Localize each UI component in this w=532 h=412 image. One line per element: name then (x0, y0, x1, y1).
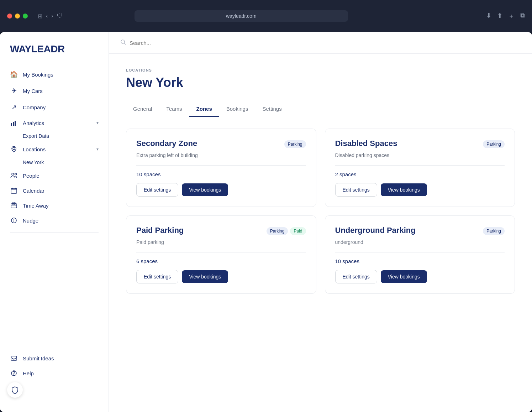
sidebar-label-analytics: Analytics (23, 120, 44, 126)
sidebar-item-new-york[interactable]: New York (0, 157, 109, 168)
svg-point-20 (14, 374, 14, 375)
sidebar-item-locations[interactable]: Locations ▾ (0, 142, 109, 157)
view-bookings-btn-secondary-zone[interactable]: View bookings (182, 183, 228, 196)
svg-line-22 (124, 43, 126, 45)
location-icon (10, 146, 18, 152)
edit-settings-btn-disabled-spaces[interactable]: Edit settings (335, 183, 377, 197)
zone-actions-secondary-zone: Edit settings View bookings (136, 183, 306, 197)
tabs-icon[interactable]: ⧉ (520, 12, 525, 20)
svg-point-6 (15, 173, 17, 175)
sidebar-item-time-away[interactable]: Time Away (0, 198, 109, 213)
zone-divider-underground (335, 252, 505, 252)
back-btn[interactable]: ‹ (46, 13, 48, 20)
zone-description-secondary-zone: Extra parking left of building (136, 152, 306, 158)
sidebar-item-my-cars[interactable]: ✈ My Cars (0, 83, 109, 99)
analytics-chevron-icon: ▾ (96, 120, 99, 125)
help-icon (10, 370, 18, 376)
nav-divider (10, 232, 99, 233)
sidebar-label-nudge: Nudge (23, 218, 38, 224)
zone-card-header-underground: Underground Parking Parking (335, 226, 505, 235)
dot-yellow[interactable] (15, 14, 20, 19)
zone-card-header-disabled: Disabled Spaces Parking (335, 139, 505, 148)
zone-card-underground-parking: Underground Parking Parking underground … (325, 215, 515, 294)
edit-settings-btn-underground-parking[interactable]: Edit settings (335, 270, 377, 283)
zone-card-secondary-zone: Secondary Zone Parking Extra parking lef… (126, 129, 316, 207)
zone-divider-disabled (335, 165, 505, 166)
sidebar-item-analytics[interactable]: Analytics ▾ (0, 115, 109, 130)
svg-point-17 (14, 221, 14, 222)
zone-spaces-underground-parking: 10 spaces (335, 258, 505, 264)
edit-settings-btn-secondary-zone[interactable]: Edit settings (136, 183, 178, 197)
zone-card-header: Secondary Zone Parking (136, 139, 306, 148)
sidebar-item-company[interactable]: ↗ Company (0, 99, 109, 115)
svg-rect-2 (15, 121, 16, 126)
badge-parking-disabled: Parking (483, 140, 505, 148)
sidebar-item-people[interactable]: People (0, 168, 109, 183)
sidebar-label-export-data: Export Data (23, 133, 49, 139)
badge-parking-underground: Parking (483, 227, 505, 235)
browser-actions: ⬇ ⬆ ＋ ⧉ (486, 12, 525, 20)
zone-badges-secondary-zone: Parking (284, 140, 306, 148)
zone-divider (136, 165, 306, 166)
forward-btn[interactable]: › (51, 13, 53, 20)
tab-settings[interactable]: Settings (255, 101, 289, 117)
sidebar-label-locations: Locations (23, 146, 46, 152)
view-bookings-btn-underground-parking[interactable]: View bookings (381, 270, 427, 283)
page-content: LOCATIONS New York General Teams Zones B… (109, 54, 532, 412)
shield-btn[interactable]: 🛡 (57, 13, 63, 20)
locations-chevron-icon: ▾ (96, 147, 99, 152)
sidebar-label-time-away: Time Away (23, 203, 49, 209)
shield-badge[interactable] (7, 382, 23, 398)
download-icon[interactable]: ⬇ (486, 12, 491, 20)
analytics-icon (10, 120, 18, 126)
zone-actions-paid-parking: Edit settings View bookings (136, 270, 306, 283)
sidebar-item-submit-ideas[interactable]: Submit Ideas (0, 351, 109, 366)
sidebar-label-company: Company (23, 104, 46, 110)
breadcrumb: LOCATIONS (126, 68, 515, 72)
edit-settings-btn-paid-parking[interactable]: Edit settings (136, 270, 178, 283)
new-tab-icon[interactable]: ＋ (508, 12, 515, 20)
tab-teams[interactable]: Teams (159, 101, 189, 117)
page-title: New York (126, 75, 515, 90)
address-bar[interactable]: wayleadr.com (135, 10, 348, 22)
tab-bookings[interactable]: Bookings (219, 101, 256, 117)
calendar-icon (10, 187, 18, 194)
zone-card-paid-parking: Paid Parking Parking Paid Paid parking 6… (126, 215, 316, 294)
sidebar-item-help[interactable]: Help (0, 366, 109, 381)
sidebar-toggle-btn[interactable]: ⊞ (38, 13, 42, 20)
tab-zones[interactable]: Zones (189, 101, 219, 117)
search-input[interactable] (130, 40, 236, 46)
sidebar-item-nudge[interactable]: Nudge (0, 213, 109, 228)
sidebar-label-my-bookings: My Bookings (23, 72, 53, 78)
nav-bottom: Submit Ideas Help (0, 351, 109, 381)
zone-name-disabled-spaces: Disabled Spaces (335, 139, 397, 148)
main-content: LOCATIONS New York General Teams Zones B… (109, 32, 532, 412)
zone-spaces-secondary-zone: 10 spaces (136, 171, 306, 177)
zone-actions-disabled-spaces: Edit settings View bookings (335, 183, 505, 197)
zone-name-underground-parking: Underground Parking (335, 226, 416, 235)
sidebar-item-calendar[interactable]: Calendar (0, 183, 109, 198)
search-bar (109, 32, 532, 54)
badge-parking-secondary: Parking (284, 140, 306, 148)
zone-divider-paid (136, 252, 306, 252)
svg-rect-0 (11, 123, 12, 126)
dot-green[interactable] (23, 14, 28, 19)
zone-spaces-disabled-spaces: 2 spaces (335, 171, 505, 177)
svg-rect-11 (11, 204, 17, 208)
sidebar-item-my-bookings[interactable]: 🏠 My Bookings (0, 66, 109, 83)
sidebar-label-my-cars: My Cars (23, 88, 43, 94)
nudge-icon (10, 217, 18, 224)
zone-description-underground-parking: underground (335, 239, 505, 245)
company-icon: ↗ (10, 103, 18, 111)
time-away-icon (10, 202, 18, 209)
sidebar: WAYLEADR 🏠 My Bookings ✈ My Cars ↗ Compa… (0, 32, 109, 412)
view-bookings-btn-paid-parking[interactable]: View bookings (182, 270, 228, 283)
zone-card-disabled-spaces: Disabled Spaces Parking Disabled parking… (325, 129, 515, 207)
view-bookings-btn-disabled-spaces[interactable]: View bookings (381, 183, 427, 196)
people-icon (10, 172, 18, 179)
sidebar-item-export-data[interactable]: Export Data (0, 130, 109, 142)
car-icon: ✈ (10, 87, 18, 95)
dot-red[interactable] (7, 14, 12, 19)
share-icon[interactable]: ⬆ (497, 12, 502, 20)
tab-general[interactable]: General (126, 101, 159, 117)
